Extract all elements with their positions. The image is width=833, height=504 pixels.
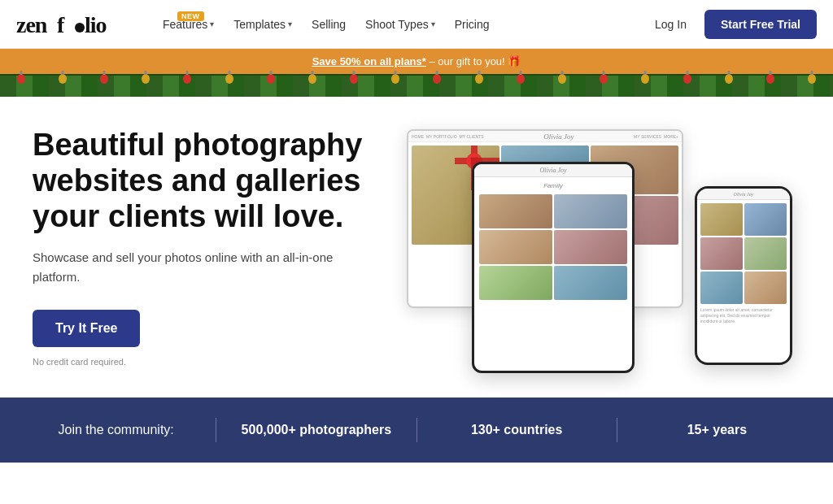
laptop-nav: HOME MY PORTFOLIO MY CLIENTS Olivia Joy …	[408, 131, 682, 142]
tablet-section-label: Family	[479, 182, 627, 189]
ornament-gold-9	[725, 74, 733, 84]
nav-selling[interactable]: Selling	[303, 13, 354, 36]
ornament-red-5	[350, 74, 358, 84]
tablet-photo-6	[554, 266, 627, 300]
ornament-gold-5	[391, 74, 399, 84]
nav-templates[interactable]: Templates ▾	[225, 13, 300, 36]
phone-brand: Olivia Joy	[734, 192, 754, 197]
ornament-row	[0, 74, 833, 84]
templates-chevron-icon: ▾	[288, 20, 292, 28]
nav-links: NEW Features ▾ Templates ▾ Selling Shoot…	[155, 13, 647, 36]
hero-section: Beautiful photography websites and galle…	[0, 97, 833, 398]
hero-subheading: Showcase and sell your photos online wit…	[33, 248, 374, 287]
svg-text:zen: zen	[16, 12, 48, 37]
features-chevron-icon: ▾	[210, 20, 214, 28]
ornament-gold-7	[558, 74, 566, 84]
tablet-brand: Olivia Joy	[539, 167, 566, 174]
ornament-red-1	[17, 74, 25, 84]
phone-photo-4	[744, 237, 787, 270]
ornament-red-6	[433, 74, 441, 84]
hero-text: Beautiful photography websites and galle…	[33, 128, 374, 366]
christmas-decoration	[0, 74, 833, 97]
ornament-gold-2	[142, 74, 150, 84]
navbar: zen lio f NEW Features ▾ Templates ▾ Sel…	[0, 0, 833, 49]
nav-pricing[interactable]: Pricing	[447, 13, 498, 36]
stat-join-label: Join the community:	[33, 423, 199, 437]
tablet-photo-4	[554, 230, 627, 264]
login-link[interactable]: Log In	[647, 13, 695, 36]
phone-photo-2	[744, 203, 787, 236]
device-tablet: Olivia Joy Family	[472, 162, 635, 373]
promo-text: – our gift to you! 🎁	[429, 55, 521, 67]
logo-svg: zen lio f	[16, 10, 130, 39]
promo-banner: Save 50% on all plans* – our gift to you…	[0, 49, 833, 74]
stat-years: 15+ years	[634, 423, 800, 437]
ornament-gold-8	[641, 74, 649, 84]
ornament-red-10	[766, 74, 774, 84]
ornament-gold-4	[308, 74, 316, 84]
svg-point-1	[75, 23, 85, 33]
start-trial-button[interactable]: Start Free Trial	[704, 10, 817, 39]
stat-divider-3	[617, 418, 617, 442]
ornament-gold-6	[475, 74, 483, 84]
ornament-gold-10	[808, 74, 816, 84]
shoot-types-chevron-icon: ▾	[431, 20, 435, 28]
no-credit-card-text: No credit card required.	[33, 357, 374, 367]
nav-right: Log In Start Free Trial	[647, 10, 817, 39]
ornament-red-8	[600, 74, 608, 84]
svg-text:f: f	[57, 12, 65, 37]
tablet-photo-1	[479, 194, 552, 228]
stat-divider-2	[416, 418, 417, 442]
ornament-gold-1	[59, 74, 67, 84]
stats-bar: Join the community: 500,000+ photographe…	[0, 398, 833, 463]
promo-link[interactable]: Save 50% on all plans*	[312, 55, 426, 67]
stat-divider-1	[216, 418, 216, 442]
ornament-red-2	[100, 74, 108, 84]
nav-features[interactable]: NEW Features ▾	[155, 13, 222, 36]
ornament-red-4	[267, 74, 275, 84]
laptop-brand: Olivia Joy	[486, 133, 632, 141]
tablet-photo-2	[554, 194, 627, 228]
hero-image-area: HOME MY PORTFOLIO MY CLIENTS Olivia Joy …	[374, 121, 800, 373]
nav-shoot-types[interactable]: Shoot Types ▾	[357, 13, 443, 36]
logo[interactable]: zen lio f	[16, 10, 130, 39]
try-free-button[interactable]: Try It Free	[33, 310, 140, 347]
ornament-red-7	[517, 74, 525, 84]
tablet-photo-5	[479, 266, 552, 300]
phone-photo-6	[744, 272, 787, 304]
phone-photo-1	[700, 203, 743, 236]
ornament-red-3	[183, 74, 191, 84]
new-badge: NEW	[177, 11, 204, 21]
phone-photo-5	[700, 272, 743, 304]
phone-content: Lorem ipsum dolor sit amet, consectetur …	[697, 200, 790, 328]
device-phone: Olivia Joy Lorem ipsum dolor sit amet, c…	[695, 186, 792, 365]
tablet-content: Family	[474, 177, 632, 305]
svg-text:lio: lio	[85, 12, 107, 37]
tablet-photo-grid	[479, 194, 627, 300]
tablet-header: Olivia Joy	[474, 164, 632, 177]
phone-header: Olivia Joy	[697, 189, 790, 200]
stat-countries: 130+ countries	[434, 423, 600, 437]
ornament-red-9	[683, 74, 691, 84]
stat-photographers: 500,000+ photographers	[233, 423, 399, 437]
tablet-photo-3	[479, 230, 552, 264]
phone-photo-grid	[700, 203, 787, 304]
ornament-gold-3	[225, 74, 233, 84]
phone-text: Lorem ipsum dolor sit amet, consectetur …	[700, 307, 787, 324]
phone-photo-3	[700, 237, 743, 270]
hero-heading: Beautiful photography websites and galle…	[33, 128, 374, 234]
